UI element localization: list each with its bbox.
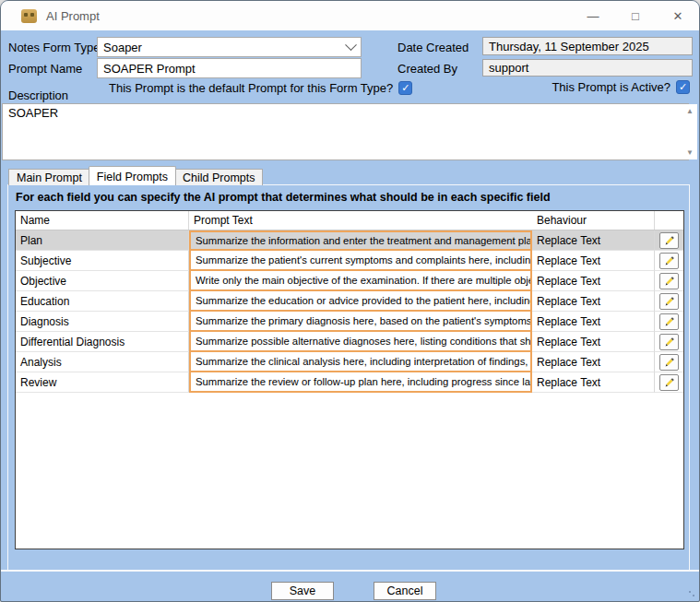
description-scrollbar[interactable]: ▲ ▼ bbox=[682, 104, 697, 159]
edit-button[interactable] bbox=[659, 374, 679, 391]
table-row[interactable]: Subjective Summarize the patient's curre… bbox=[16, 251, 683, 271]
table-row[interactable]: Plan Summarize the information and enter… bbox=[16, 230, 683, 251]
ai-prompt-dialog: AI Prompt — □ ✕ Notes Form Type Soaper D… bbox=[0, 0, 700, 602]
active-checkbox-row: This Prompt is Active? ✓ bbox=[552, 80, 690, 94]
maximize-icon[interactable]: □ bbox=[614, 1, 657, 30]
pencil-icon bbox=[663, 254, 676, 267]
pencil-icon bbox=[663, 234, 676, 247]
field-prompts-grid: Name Prompt Text Behaviour Plan Summariz… bbox=[15, 210, 684, 549]
column-header-name[interactable]: Name bbox=[16, 211, 189, 230]
edit-button[interactable] bbox=[659, 232, 679, 249]
minimize-icon[interactable]: — bbox=[572, 1, 614, 30]
table-row[interactable]: Analysis Summarize the clinical analysis… bbox=[16, 352, 683, 372]
close-icon[interactable]: ✕ bbox=[657, 1, 699, 30]
table-row[interactable]: Differential Diagnosis Summarize possibl… bbox=[16, 332, 683, 352]
default-prompt-checkbox-row: This Prompt is the default Prompt for th… bbox=[109, 81, 412, 95]
pencil-icon bbox=[663, 295, 676, 308]
tab-child-prompts[interactable]: Child Prompts bbox=[174, 169, 264, 185]
prompt-name-input[interactable]: SOAPER Prompt bbox=[97, 58, 362, 78]
notes-form-type-select[interactable]: Soaper bbox=[97, 37, 362, 57]
notes-form-type-value: Soaper bbox=[103, 41, 142, 54]
scroll-up-icon[interactable]: ▲ bbox=[686, 104, 694, 118]
table-row[interactable]: Education Summarize the education or adv… bbox=[16, 291, 683, 312]
edit-button[interactable] bbox=[659, 334, 679, 350]
column-header-edit bbox=[655, 211, 683, 230]
created-by-label: Created By bbox=[397, 62, 457, 76]
save-button[interactable]: Save bbox=[271, 582, 334, 600]
column-header-behaviour[interactable]: Behaviour bbox=[532, 211, 655, 230]
active-checkbox[interactable]: ✓ bbox=[676, 80, 690, 94]
pencil-icon bbox=[663, 376, 676, 389]
description-label: Description bbox=[8, 89, 68, 102]
footer-divider bbox=[1, 570, 699, 572]
created-by-field: support bbox=[482, 59, 693, 77]
prompt-name-label: Prompt Name bbox=[8, 62, 82, 76]
description-textarea[interactable]: SOAPER bbox=[2, 103, 689, 160]
scroll-down-icon[interactable]: ▼ bbox=[686, 146, 694, 159]
edit-button[interactable] bbox=[659, 313, 679, 330]
active-checkbox-label: This Prompt is Active? bbox=[552, 80, 670, 94]
column-header-prompt-text[interactable]: Prompt Text bbox=[189, 211, 532, 230]
resize-grip[interactable] bbox=[688, 590, 695, 597]
grid-header-row: Name Prompt Text Behaviour bbox=[16, 211, 683, 230]
tab-field-prompts[interactable]: Field Prompts bbox=[89, 166, 176, 185]
chevron-down-icon bbox=[345, 39, 357, 51]
table-row[interactable]: Review Summarize the review or follow-up… bbox=[16, 372, 683, 393]
edit-button[interactable] bbox=[659, 293, 679, 310]
cancel-button[interactable]: Cancel bbox=[374, 582, 436, 600]
title-bar: AI Prompt — □ ✕ bbox=[1, 1, 699, 30]
date-created-label: Date Created bbox=[397, 41, 469, 54]
pencil-icon bbox=[663, 356, 676, 369]
table-row[interactable]: Diagnosis Summarize the primary diagnosi… bbox=[16, 312, 683, 332]
field-prompts-instruction: For each field you can specify the AI pr… bbox=[16, 191, 680, 204]
pencil-icon bbox=[663, 336, 676, 348]
pencil-icon bbox=[663, 315, 676, 328]
window-title: AI Prompt bbox=[46, 9, 100, 23]
default-prompt-checkbox[interactable]: ✓ bbox=[398, 81, 412, 95]
tab-main-prompt[interactable]: Main Prompt bbox=[8, 169, 90, 185]
edit-button[interactable] bbox=[659, 354, 679, 371]
app-icon bbox=[21, 9, 37, 23]
date-created-field: Thursday, 11 September 2025 bbox=[482, 37, 693, 55]
default-prompt-checkbox-label: This Prompt is the default Prompt for th… bbox=[109, 81, 393, 95]
tab-strip: Main Prompt Field Prompts Child Prompts bbox=[8, 166, 263, 185]
table-row[interactable]: Objective Write only the main objective … bbox=[16, 271, 683, 291]
pencil-icon bbox=[663, 275, 676, 288]
edit-button[interactable] bbox=[659, 253, 679, 269]
notes-form-type-label: Notes Form Type bbox=[8, 41, 100, 54]
edit-button[interactable] bbox=[659, 273, 679, 289]
